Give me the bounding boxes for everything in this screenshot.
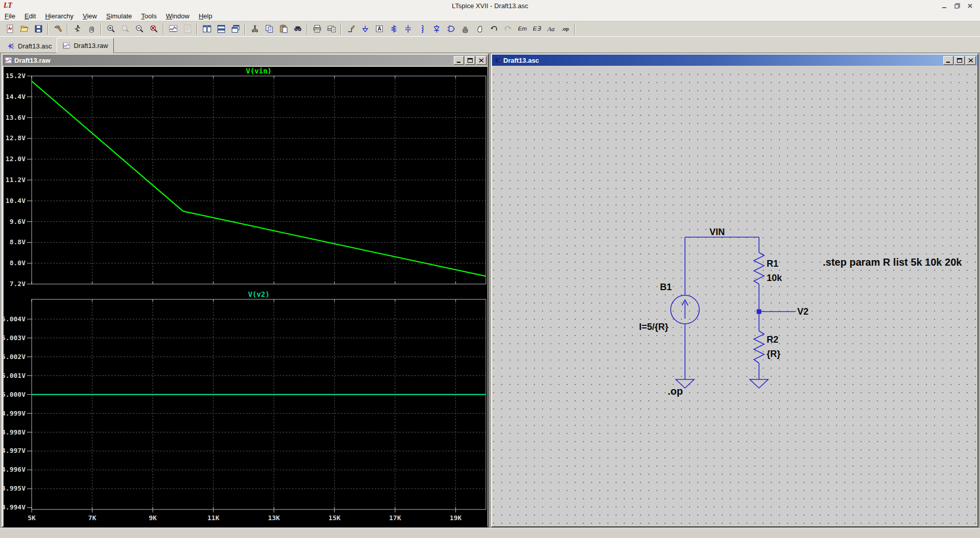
menu-item-file[interactable]: File xyxy=(0,12,20,20)
component-value-r1[interactable]: 10k xyxy=(767,273,782,284)
zoom-in-button[interactable] xyxy=(104,22,118,36)
component-value-b1[interactable]: I=5/{R} xyxy=(639,322,669,332)
current-source-b1[interactable] xyxy=(671,295,699,324)
text-button[interactable]: Aa xyxy=(544,22,558,36)
ground-button[interactable] xyxy=(358,22,372,36)
zoom-window-icon xyxy=(121,24,130,33)
menu-item-hierarchy[interactable]: Hierarchy xyxy=(40,12,78,20)
schematic-close-button[interactable] xyxy=(966,56,976,65)
wire-button[interactable] xyxy=(344,22,358,36)
y-tick-label: 5.002V xyxy=(4,353,26,361)
toolbar-separator xyxy=(67,23,68,35)
toolbar-separator xyxy=(307,23,308,35)
copy-button[interactable] xyxy=(262,22,276,36)
net-label-button[interactable]: A xyxy=(372,22,386,36)
pane-border xyxy=(32,299,486,509)
component-button[interactable] xyxy=(444,22,458,36)
control-panel-button[interactable] xyxy=(51,22,65,36)
component-ref-r2[interactable]: R2 xyxy=(767,335,778,345)
waveform-plot-canvas[interactable]: 15.2V14.4V13.6V12.8V12.0V11.2V10.4V9.6V8… xyxy=(4,67,487,527)
component-ref-b1[interactable]: B1 xyxy=(660,282,672,293)
x-tick-label: 13K xyxy=(268,514,280,522)
cascade-button[interactable] xyxy=(228,22,242,36)
tab-draft13-asc[interactable]: Draft13.asc xyxy=(2,40,57,53)
zoom-out-icon xyxy=(135,24,144,33)
tile-vertical-button[interactable] xyxy=(200,22,214,36)
svg-text:A: A xyxy=(377,26,381,32)
tab-draft13-raw[interactable]: Draft13.raw xyxy=(57,38,113,53)
paste-button[interactable] xyxy=(276,22,290,36)
schematic-minimize-button[interactable] xyxy=(943,56,953,65)
y-tick-label: 14.4V xyxy=(6,93,26,100)
plot-settings-button[interactable] xyxy=(166,22,180,36)
app-restore-button[interactable] xyxy=(954,3,960,9)
node-v2-junction[interactable] xyxy=(757,310,762,314)
waveform-plot: 15.2V14.4V13.6V12.8V12.0V11.2V10.4V9.6V8… xyxy=(4,67,487,527)
netlist-button xyxy=(180,22,194,36)
pane-title: V(v2) xyxy=(248,290,270,298)
inductor-button[interactable] xyxy=(415,22,429,36)
app-close-button[interactable] xyxy=(967,3,973,9)
save-button[interactable] xyxy=(31,22,45,36)
menu-item-window[interactable]: Window xyxy=(161,12,194,20)
diode-button[interactable] xyxy=(429,22,444,36)
new-schematic-button[interactable] xyxy=(3,22,17,36)
zoom-out-button[interactable] xyxy=(132,22,146,36)
toolbar-separator xyxy=(163,23,164,35)
schematic-maximize-button[interactable] xyxy=(954,56,965,65)
component-icon xyxy=(447,24,455,33)
tile-horizontal-button[interactable] xyxy=(214,22,228,36)
rotate-icon: E∃ xyxy=(532,24,541,33)
toolbar-separator xyxy=(197,23,198,35)
schematic-window-titlebar[interactable]: Draft13.asc xyxy=(492,55,977,66)
print-button[interactable] xyxy=(310,22,324,36)
menu-item-help[interactable]: Help xyxy=(194,12,217,20)
open-button[interactable] xyxy=(17,22,31,36)
x-tick-label: 19K xyxy=(450,514,462,522)
spice-directive-op[interactable]: .op xyxy=(668,386,683,397)
ground-symbol-r2[interactable] xyxy=(750,379,768,388)
app-minimize-button[interactable] xyxy=(942,3,947,9)
move-button[interactable] xyxy=(458,22,472,36)
zoom-full-button[interactable] xyxy=(146,22,161,36)
x-tick-label: 17K xyxy=(389,514,401,522)
run-button[interactable] xyxy=(70,22,84,36)
waveform-icon xyxy=(4,57,12,64)
net-label-v2[interactable]: V2 xyxy=(797,306,808,317)
schematic-canvas[interactable]: VIN B1 I=5/{R} R1 10k V2 R2 {R} .op .ste… xyxy=(493,67,976,525)
zoom-full-icon xyxy=(150,24,158,33)
app-title: LTspice XVII - Draft13.asc xyxy=(0,2,980,10)
resistor-r2[interactable] xyxy=(754,314,764,379)
capacitor-button[interactable] xyxy=(401,22,415,36)
x-tick-label: 5K xyxy=(28,514,36,522)
menu-item-tools[interactable]: Tools xyxy=(137,12,161,20)
drag-button[interactable] xyxy=(472,22,486,36)
control-panel-icon xyxy=(54,24,62,33)
print-setup-button[interactable] xyxy=(324,22,338,36)
rotate-button[interactable]: E∃ xyxy=(529,22,544,36)
y-tick-label: 15.2V xyxy=(6,72,26,80)
cut-button[interactable] xyxy=(248,22,262,36)
y-tick-label: 5.001V xyxy=(4,372,26,379)
menu-item-edit[interactable]: Edit xyxy=(20,12,40,20)
schematic-icon xyxy=(7,42,15,50)
mirror-button[interactable]: Em xyxy=(515,22,529,36)
resistor-r1[interactable] xyxy=(754,237,764,310)
menu-item-view[interactable]: View xyxy=(78,12,102,20)
waveform-close-button[interactable] xyxy=(476,56,486,65)
component-ref-r1[interactable]: R1 xyxy=(767,259,778,269)
spice-directive-step[interactable]: .step param R list 5k 10k 20k xyxy=(823,257,962,268)
undo-button[interactable] xyxy=(486,22,501,36)
waveform-maximize-button[interactable] xyxy=(465,56,475,65)
spice-directive-button[interactable]: .op xyxy=(558,22,572,36)
app-titlebar[interactable]: LT LTspice XVII - Draft13.asc xyxy=(0,0,980,11)
find-button[interactable] xyxy=(290,22,305,36)
resistor-button[interactable] xyxy=(386,22,401,36)
menu-item-simulate[interactable]: Simulate xyxy=(102,12,137,20)
waveform-minimize-button[interactable] xyxy=(454,56,464,65)
halt-button[interactable] xyxy=(84,22,99,36)
component-value-r2[interactable]: {R} xyxy=(767,349,780,360)
waveform-window-titlebar[interactable]: Draft13.raw xyxy=(3,55,488,66)
y-tick-label: 4.995V xyxy=(4,484,26,492)
net-label-vin[interactable]: VIN xyxy=(709,227,725,238)
